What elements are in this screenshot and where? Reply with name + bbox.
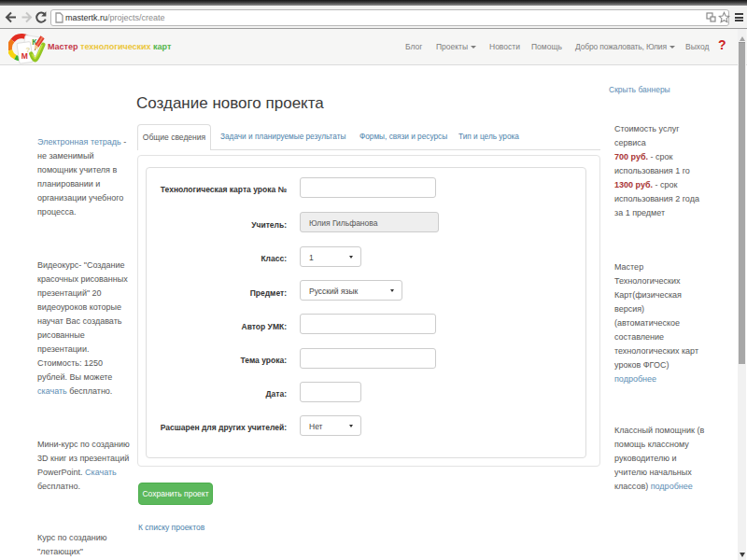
svg-text:М: М	[21, 51, 28, 61]
